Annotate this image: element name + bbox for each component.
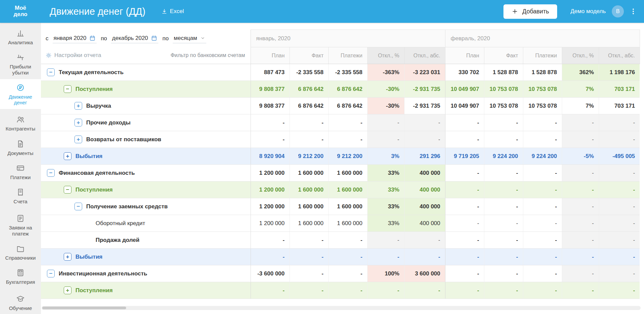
sidebar-item-invoices[interactable]: Счета bbox=[0, 184, 41, 208]
period-group-select[interactable]: месяцам bbox=[173, 34, 206, 43]
sidebar-item-accounting[interactable]: Бухгалтерия bbox=[0, 264, 41, 289]
expand-icon[interactable]: + bbox=[64, 152, 71, 160]
date-from-value: января 2020 bbox=[54, 35, 87, 42]
collapse-icon[interactable]: − bbox=[47, 270, 55, 277]
month-header: январь, 2020 bbox=[251, 30, 445, 47]
row-label: Оборотный кредит bbox=[96, 220, 145, 227]
sidebar-item-education[interactable]: Обучение bbox=[0, 291, 41, 314]
add-button[interactable]: Добавить bbox=[503, 4, 557, 19]
directories-icon bbox=[16, 244, 25, 253]
sidebar-item-label: Контрагенты bbox=[2, 126, 39, 132]
cash-flow-icon bbox=[16, 83, 25, 92]
sidebar-item-payments[interactable]: Платежи bbox=[0, 160, 41, 184]
invoices-icon bbox=[16, 188, 25, 197]
value-cell: - bbox=[523, 198, 562, 215]
report-settings-button[interactable]: Настройки отчета bbox=[46, 52, 101, 59]
kebab-menu-icon[interactable] bbox=[629, 7, 637, 15]
row-label-cell: +Выручка bbox=[41, 98, 251, 114]
value-cell: 9 808 377 bbox=[251, 98, 289, 114]
value-cell: 10 753 078 bbox=[484, 81, 523, 98]
scrollbar-thumb[interactable] bbox=[42, 307, 126, 309]
expand-icon[interactable]: + bbox=[74, 119, 82, 126]
column-header-row: Настройки отчета Фильтр по банковским сч… bbox=[41, 47, 640, 64]
value-cell: 1 600 000 bbox=[289, 215, 328, 232]
value-cell: - bbox=[251, 131, 289, 148]
value-cell: 400 000 bbox=[404, 165, 445, 181]
table-row: +Выручка9 808 3776 876 6426 876 642-30%-… bbox=[41, 98, 640, 114]
sidebar-item-directories[interactable]: Справочники bbox=[0, 240, 41, 264]
collapse-icon[interactable]: − bbox=[64, 85, 71, 93]
sidebar-item-profit-loss[interactable]: Прибыли убытки bbox=[0, 49, 41, 79]
value-cell: - bbox=[251, 282, 289, 299]
row-label: Прочие доходы bbox=[86, 119, 130, 126]
table-row: Продажа долей---------- bbox=[41, 232, 640, 249]
value-cell: - bbox=[484, 232, 523, 249]
value-cell: 887 473 bbox=[251, 64, 289, 81]
sidebar-item-cash-flow[interactable]: Движение денег bbox=[0, 79, 41, 109]
row-label-cell: −Текущая деятельность bbox=[41, 64, 251, 81]
value-cell: - bbox=[445, 232, 484, 249]
value-cell: 10 753 078 bbox=[484, 98, 523, 114]
value-cell: 9 808 377 bbox=[251, 81, 289, 98]
excel-export-button[interactable]: Excel bbox=[161, 8, 184, 15]
collapse-icon[interactable]: − bbox=[47, 169, 55, 177]
value-cell: -30% bbox=[367, 98, 404, 114]
expand-icon[interactable]: + bbox=[74, 102, 82, 110]
bank-accounts-filter[interactable]: Фильтр по банковским счетам bbox=[170, 52, 245, 58]
calendar-icon[interactable] bbox=[151, 35, 157, 41]
date-from-input[interactable]: января 2020 bbox=[53, 34, 97, 43]
logo-line1: Моё bbox=[0, 5, 41, 11]
value-cell: 1 528 878 bbox=[523, 64, 562, 81]
accounting-icon bbox=[16, 268, 25, 277]
expand-icon[interactable]: + bbox=[64, 253, 71, 261]
app-logo[interactable]: Моё дело bbox=[0, 5, 41, 17]
expand-icon[interactable]: + bbox=[64, 286, 71, 294]
row-label-cell: +Поступления bbox=[41, 282, 251, 299]
value-cell: - bbox=[523, 181, 562, 198]
value-cell: - bbox=[367, 114, 404, 131]
value-cell: -3 223 031 bbox=[404, 64, 445, 81]
collapse-icon[interactable]: − bbox=[74, 203, 82, 210]
sidebar-item-label: Аналитика bbox=[2, 40, 39, 45]
user-menu[interactable]: Демо модель bbox=[571, 8, 606, 15]
sidebar-item-label: Заявки на платеж bbox=[2, 225, 39, 237]
table-row: +Возвраты от поставщиков---------- bbox=[41, 131, 640, 148]
value-cell: 1 528 878 bbox=[484, 64, 523, 81]
value-cell: - bbox=[289, 232, 328, 249]
value-cell: - bbox=[328, 265, 367, 282]
calendar-icon[interactable] bbox=[89, 35, 96, 41]
value-cell: 6 876 642 bbox=[289, 81, 328, 98]
logo-line2: дело bbox=[0, 11, 41, 18]
value-cell: 400 000 bbox=[404, 215, 445, 232]
value-cell: -2 931 735 bbox=[404, 98, 445, 114]
table-row: −Финансовая деятельность1 200 0001 600 0… bbox=[41, 165, 640, 181]
column-header: Откл., абс. bbox=[404, 47, 445, 64]
sidebar-item-partners[interactable]: Контрагенты bbox=[0, 111, 41, 135]
value-cell: - bbox=[251, 114, 289, 131]
value-cell: - bbox=[484, 165, 523, 181]
value-cell: - bbox=[404, 249, 445, 265]
value-cell: 33% bbox=[367, 215, 404, 232]
row-label-cell: −Получение заемных средств bbox=[41, 198, 251, 215]
collapse-icon[interactable]: − bbox=[47, 68, 55, 76]
value-cell: 291 296 bbox=[404, 148, 445, 165]
value-cell: 1 600 000 bbox=[328, 215, 367, 232]
sidebar-item-payment-requests[interactable]: Заявки на платеж bbox=[0, 210, 41, 240]
expand-icon[interactable]: + bbox=[74, 136, 82, 143]
analytics-icon bbox=[16, 29, 25, 38]
collapse-icon[interactable]: − bbox=[64, 186, 71, 194]
plus-icon bbox=[512, 8, 518, 15]
value-cell: - bbox=[523, 165, 562, 181]
value-cell: - bbox=[562, 232, 599, 249]
row-label: Выбытия bbox=[75, 254, 103, 260]
value-cell: - bbox=[328, 131, 367, 148]
date-to-input[interactable]: декабрь 2020 bbox=[111, 34, 158, 43]
column-header: Платежи bbox=[523, 47, 562, 64]
table-row: +Выбытия---------- bbox=[41, 249, 640, 265]
value-cell: - bbox=[523, 232, 562, 249]
avatar[interactable]: В bbox=[612, 5, 624, 17]
value-cell: 33% bbox=[367, 165, 404, 181]
from-label: с bbox=[46, 35, 49, 42]
sidebar-item-analytics[interactable]: Аналитика bbox=[0, 25, 41, 49]
sidebar-item-documents[interactable]: Документы bbox=[0, 136, 41, 160]
